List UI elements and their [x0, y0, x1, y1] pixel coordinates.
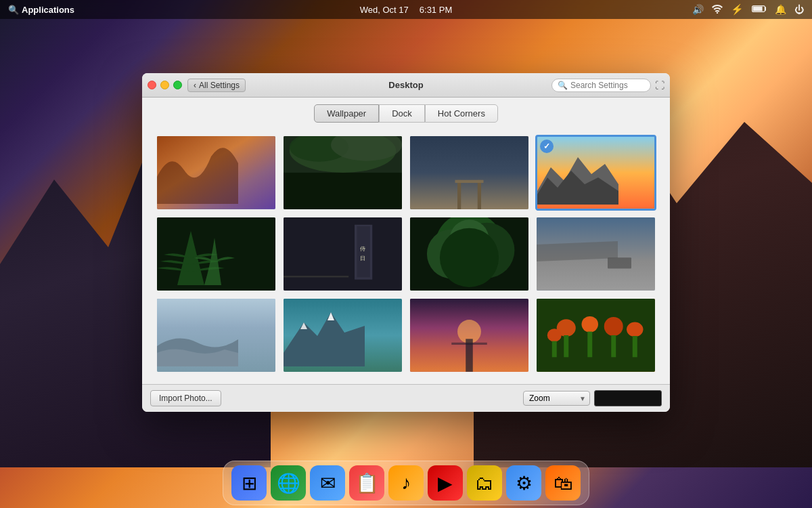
expand-window-button[interactable]: ⛶ — [655, 80, 664, 91]
wallpaper-thumbnail-12 — [537, 299, 655, 372]
window-controls — [148, 81, 182, 89]
dock-item-photos[interactable]: 🗂 — [467, 465, 502, 501]
svg-rect-39 — [587, 331, 592, 357]
search-icon: 🔍 — [8, 5, 19, 15]
wallpaper-item-3[interactable] — [409, 135, 530, 211]
back-button-label: All Settings — [199, 81, 240, 90]
dock-item-appstore[interactable]: 🛍 — [545, 465, 581, 501]
svg-text:日: 日 — [360, 255, 365, 261]
search-icon: 🔍 — [558, 81, 568, 90]
wallpaper-thumbnail-5 — [157, 217, 275, 291]
applications-label[interactable]: Applications — [22, 5, 74, 15]
selected-checkmark: ✓ — [540, 140, 554, 153]
dock-item-mail[interactable]: ✉ — [310, 465, 345, 501]
svg-point-44 — [547, 329, 562, 341]
svg-rect-37 — [564, 335, 568, 357]
svg-rect-20 — [284, 276, 348, 277]
svg-rect-17 — [357, 226, 370, 278]
svg-rect-45 — [552, 341, 557, 357]
search-settings-input[interactable] — [570, 81, 645, 90]
svg-rect-11 — [478, 180, 481, 209]
zoom-dropdown[interactable]: Zoom Fit to Screen Stretch Center Tile — [523, 391, 590, 406]
dock-item-music[interactable]: ♪ — [388, 465, 424, 501]
svg-point-42 — [627, 322, 644, 337]
dock-item-multitasking[interactable]: ⊞ — [231, 465, 267, 501]
minimize-button[interactable] — [160, 81, 169, 89]
menubar-left: 🔍 Applications — [8, 5, 74, 15]
wallpaper-item-4[interactable]: ✓ — [535, 135, 656, 211]
wallpaper-item-12[interactable] — [535, 297, 656, 373]
svg-rect-15 — [284, 217, 402, 291]
wallpaper-item-9[interactable] — [156, 297, 277, 373]
maximize-button[interactable] — [173, 81, 182, 89]
svg-rect-34 — [451, 342, 487, 344]
svg-rect-41 — [611, 335, 616, 357]
bluetooth-icon[interactable]: ⚡ — [731, 3, 744, 16]
close-button[interactable] — [148, 81, 156, 89]
dock-item-youtube[interactable]: ▶ — [428, 465, 463, 501]
wallpaper-item-10[interactable] — [282, 297, 403, 373]
dock-item-calendar[interactable]: 📋 — [349, 465, 384, 501]
zoom-controls: Zoom Fit to Screen Stretch Center Tile ▼ — [523, 390, 662, 406]
wallpaper-thumbnail-8 — [537, 217, 655, 291]
search-settings-box[interactable]: 🔍 — [551, 79, 651, 92]
dock: ⊞🌐✉📋♪▶🗂⚙🛍 — [223, 461, 589, 505]
menubar-date: Wed, Oct 17 — [360, 5, 409, 15]
wallpaper-thumbnail-7 — [410, 217, 528, 291]
wallpaper-item-5[interactable] — [156, 216, 277, 292]
svg-rect-9 — [410, 136, 528, 209]
svg-point-40 — [604, 317, 623, 336]
wallpaper-item-7[interactable] — [409, 216, 530, 292]
svg-rect-43 — [633, 336, 637, 357]
window-titlebar: ‹ All Settings Desktop 🔍 ⛶ — [142, 73, 670, 98]
wallpaper-item-8[interactable] — [535, 216, 656, 292]
wifi-icon[interactable] — [712, 4, 723, 16]
power-icon[interactable]: ⏻ — [794, 4, 804, 15]
desktop-settings-window: ‹ All Settings Desktop 🔍 ⛶ Wallpaper Doc… — [142, 73, 670, 412]
svg-rect-8 — [284, 173, 402, 209]
menubar-center: Wed, Oct 17 6:31 PM — [360, 5, 452, 15]
wallpaper-item-1[interactable] — [156, 135, 277, 211]
back-to-all-settings-button[interactable]: ‹ All Settings — [187, 79, 246, 92]
back-chevron-icon: ‹ — [194, 81, 196, 90]
dock-item-settings[interactable]: ⚙ — [506, 465, 541, 501]
wallpaper-thumbnail-11 — [410, 299, 528, 372]
wallpaper-thumbnail-9 — [157, 299, 275, 372]
wallpaper-item-2[interactable] — [282, 135, 403, 211]
wallpaper-item-6[interactable]: 侍 日 — [282, 216, 403, 292]
svg-text:侍: 侍 — [360, 245, 365, 251]
wallpaper-grid: ✓ 侍 日 — [142, 129, 670, 384]
svg-point-0 — [717, 12, 718, 13]
wallpaper-thumbnail-6: 侍 日 — [284, 217, 402, 291]
svg-rect-12 — [455, 180, 484, 183]
settings-tabs: Wallpaper Dock Hot Corners — [142, 98, 670, 129]
sound-icon[interactable]: 🔊 — [692, 4, 704, 15]
dock-item-browser[interactable]: 🌐 — [271, 465, 306, 501]
battery-icon[interactable] — [752, 4, 767, 15]
menubar-right: 🔊 ⚡ 🔔 ⏻ — [692, 3, 804, 16]
wallpaper-thumbnail-1 — [157, 136, 275, 209]
tab-dock[interactable]: Dock — [379, 104, 425, 123]
wallpaper-item-11[interactable] — [409, 297, 530, 373]
svg-point-26 — [440, 228, 499, 287]
wallpaper-thumbnail-4 — [537, 137, 654, 209]
bottom-bar: Import Photo... Zoom Fit to Screen Stret… — [142, 384, 670, 412]
svg-rect-2 — [753, 7, 763, 12]
window-title: Desktop — [388, 80, 423, 90]
svg-point-38 — [582, 316, 599, 333]
svg-rect-10 — [457, 180, 461, 209]
import-photo-button[interactable]: Import Photo... — [150, 390, 221, 406]
svg-rect-28 — [608, 257, 631, 268]
wallpaper-thumbnail-3 — [410, 136, 528, 209]
menubar-time: 6:31 PM — [420, 5, 452, 15]
tab-wallpaper[interactable]: Wallpaper — [314, 104, 379, 123]
color-swatch[interactable] — [594, 390, 662, 406]
notification-icon[interactable]: 🔔 — [775, 4, 786, 15]
tab-hot-corners[interactable]: Hot Corners — [425, 104, 498, 123]
wallpaper-thumbnail-10 — [284, 299, 402, 372]
zoom-select-wrapper: Zoom Fit to Screen Stretch Center Tile ▼ — [523, 391, 590, 406]
menubar: 🔍 Applications Wed, Oct 17 6:31 PM 🔊 ⚡ 🔔… — [0, 0, 812, 19]
wallpaper-thumbnail-2 — [284, 136, 402, 209]
